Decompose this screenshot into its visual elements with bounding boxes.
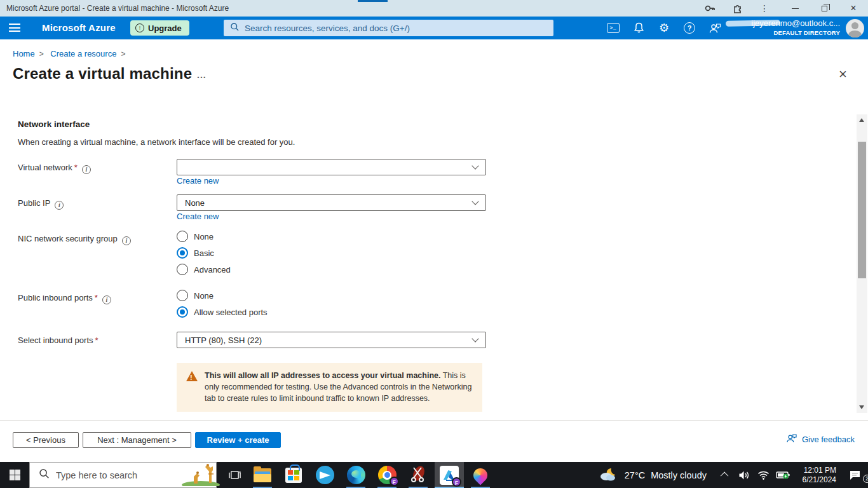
taskbar-app-google-chrome[interactable]: F <box>372 462 402 488</box>
redaction-scribble <box>726 20 780 26</box>
cloud-shell-icon[interactable] <box>600 17 626 39</box>
scissors-icon <box>410 465 426 485</box>
weather-condition: Mostly cloudy <box>651 470 707 480</box>
nic-nsg-label: NIC network security group <box>18 234 131 245</box>
next-management-button[interactable]: Next : Management > <box>83 432 191 448</box>
search-highlight-giraffe-art <box>181 461 220 488</box>
select-inbound-ports-select[interactable]: HTTP (80), SSH (22) <box>177 332 486 348</box>
breadcrumb-create-resource-link[interactable]: Create a resource <box>50 49 116 58</box>
scrollbar-thumb[interactable] <box>858 142 866 278</box>
public-ip-label: Public IP <box>18 198 64 210</box>
user-email: ijeyerenmo@outlook.c... <box>724 18 840 28</box>
taskbar-app-file-explorer[interactable] <box>248 462 277 488</box>
give-feedback-link[interactable]: Give feedback <box>786 433 855 445</box>
avatar[interactable] <box>846 19 864 37</box>
help-icon[interactable] <box>677 17 702 39</box>
scrollbar-up-arrow-icon[interactable] <box>859 118 864 122</box>
previous-button[interactable]: < Previous <box>13 432 79 448</box>
account-info[interactable]: ijeyerenmo@outlook.c... DEFAULT DIRECTOR… <box>724 18 840 37</box>
nic-nsg-radio-advanced[interactable]: Advanced <box>177 264 231 275</box>
upgrade-arrow-icon: ↑ <box>135 24 144 32</box>
battery-icon[interactable] <box>773 470 793 480</box>
window-close-button[interactable]: × <box>839 0 868 17</box>
info-icon[interactable] <box>102 295 111 304</box>
taskbar-app-microsoft-edge[interactable] <box>341 462 370 488</box>
taskbar-search-input[interactable] <box>56 470 175 480</box>
public-ip-select[interactable]: None <box>177 194 486 211</box>
hamburger-menu-icon[interactable] <box>9 24 20 32</box>
taskbar-app-snipping-tool[interactable] <box>403 462 433 488</box>
info-icon[interactable] <box>82 165 91 174</box>
virtual-network-select[interactable] <box>177 159 486 175</box>
nic-nsg-radio-none[interactable]: None <box>177 231 214 242</box>
azure-brand[interactable]: Microsoft Azure <box>42 22 116 33</box>
virtual-network-label: Virtual network* <box>18 163 91 174</box>
taskbar-app-microsoft-store[interactable] <box>279 462 308 488</box>
window-restore-button[interactable] <box>810 0 839 17</box>
search-icon <box>39 468 50 482</box>
weather-cloud-moon-icon <box>599 466 619 484</box>
upgrade-button[interactable]: ↑ Upgrade <box>130 20 189 36</box>
azure-portal-icon: F <box>440 466 459 485</box>
browser-menu-kebab-icon[interactable]: ⋮ <box>754 0 775 17</box>
windows-logo-icon <box>10 470 20 480</box>
info-icon[interactable] <box>55 201 64 210</box>
clock-time: 12:01 PM <box>797 466 836 475</box>
microsoft-store-icon <box>285 468 302 483</box>
page-title-ellipsis[interactable]: ... <box>197 70 207 80</box>
chevron-down-icon <box>471 335 478 342</box>
active-tab-indicator <box>358 0 388 2</box>
task-view-icon[interactable] <box>220 462 249 488</box>
notification-count-badge: 2 <box>863 475 868 483</box>
action-center-icon[interactable]: 2 <box>841 470 868 480</box>
azure-search-input[interactable] <box>245 24 547 33</box>
public-inbound-radio-none[interactable]: None <box>177 290 214 301</box>
taskbar-app-telegram[interactable] <box>310 462 339 488</box>
virtual-network-create-new-link[interactable]: Create new <box>177 176 219 186</box>
paint-droplet-icon <box>470 465 490 485</box>
wifi-icon[interactable] <box>754 470 773 480</box>
vertical-scrollbar[interactable] <box>857 114 867 413</box>
system-tray: 27°C Mostly cloudy 12:01 PM 6/21/2024 2 <box>599 462 868 488</box>
section-description: When creating a virtual machine, a netwo… <box>18 137 295 147</box>
settings-gear-icon[interactable]: ⚙ <box>651 17 677 39</box>
azure-header: Microsoft Azure ↑ Upgrade ⚙ ijeyerenmo@o… <box>0 17 868 39</box>
feedback-person-icon <box>786 433 797 445</box>
breadcrumb-home-link[interactable]: Home <box>13 49 35 58</box>
taskbar-clock[interactable]: 12:01 PM 6/21/2024 <box>797 466 836 485</box>
radio-selected-icon <box>177 247 188 259</box>
azure-search-bar[interactable] <box>224 20 553 36</box>
breadcrumb: Home> Create a resource> <box>13 49 130 58</box>
window-minimize-button[interactable] <box>780 0 810 17</box>
main-content: Home> Create a resource> Create a virtua… <box>0 39 868 462</box>
password-key-icon[interactable] <box>699 0 721 17</box>
page-close-icon[interactable]: × <box>839 67 847 81</box>
chrome-icon: F <box>378 466 397 484</box>
search-icon <box>230 22 240 34</box>
review-create-button[interactable]: Review + create <box>195 432 281 448</box>
breadcrumb-chevron-icon: > <box>39 50 44 58</box>
taskbar-search-box[interactable] <box>29 462 217 488</box>
chevron-down-icon <box>471 162 478 169</box>
edge-icon <box>347 466 365 484</box>
directory-name: DEFAULT DIRECTORY <box>724 28 840 37</box>
profile-badge: F <box>452 477 461 487</box>
nic-nsg-radio-basic[interactable]: Basic <box>177 247 214 259</box>
volume-icon[interactable] <box>735 470 754 480</box>
page-title: Create a virtual machine <box>13 65 192 83</box>
feedback-icon[interactable] <box>702 17 728 39</box>
taskbar-app-paint-droplet[interactable] <box>466 462 495 488</box>
extensions-puzzle-icon[interactable] <box>726 0 748 17</box>
public-inbound-ports-label: Public inbound ports* <box>18 293 111 304</box>
public-inbound-radio-allow[interactable]: Allow selected ports <box>177 306 268 318</box>
taskbar-app-azure-portal[interactable]: F <box>435 462 464 488</box>
info-icon[interactable] <box>122 236 131 245</box>
weather-widget[interactable]: 27°C Mostly cloudy <box>599 466 707 484</box>
start-button[interactable] <box>0 462 29 488</box>
notifications-bell-icon[interactable] <box>626 17 651 39</box>
scrollbar-down-arrow-icon[interactable] <box>859 405 864 409</box>
browser-titlebar: Microsoft Azure portal - Create a virtua… <box>0 0 868 17</box>
public-ip-create-new-link[interactable]: Create new <box>177 212 219 221</box>
radio-icon <box>177 264 188 275</box>
tray-chevron-up-icon[interactable] <box>715 472 735 478</box>
